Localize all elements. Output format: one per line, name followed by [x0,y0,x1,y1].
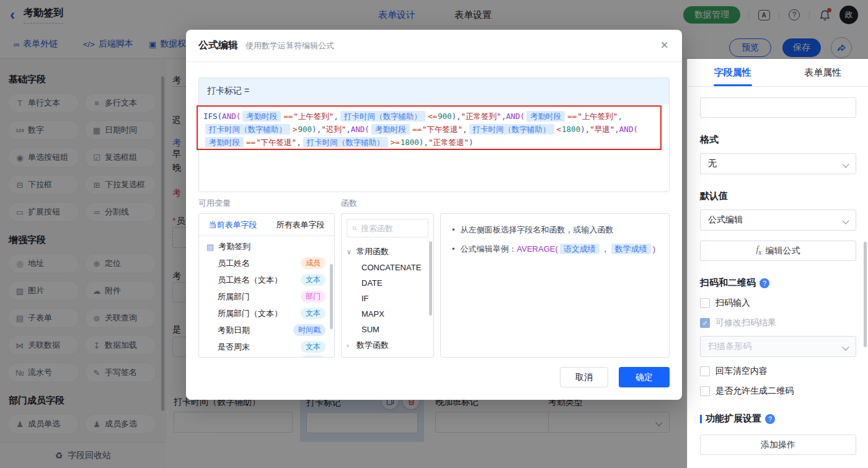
scan-mode-select: 扫描条形码 [700,336,856,357]
format-select[interactable]: 无 [700,153,856,174]
function-group-collapsed[interactable]: ›数学函数 [347,337,428,353]
formula-field-token: 考勤时段 [526,111,565,121]
modal-subtitle: 使用数学运算符编辑公式 [246,40,334,51]
functions-label: 函数 [341,198,357,209]
formula-editor-box[interactable]: 打卡标记 = IFS(AND(考勤时段=="上午签到",打卡时间（数字辅助）<=… [198,77,670,192]
formula-field-token: 打卡时间（数字辅助） [469,124,554,135]
variable-name: 所属部门（文本） [218,308,301,319]
formula-line: IFS(AND(考勤时段=="上午签到",打卡时间（数字辅助）<=900),"正… [203,110,663,123]
checkbox-icon[interactable] [700,366,710,376]
chevron-down-icon: ∨ [347,248,353,256]
checkbox-label: 扫码输入 [715,298,750,309]
functions-scrollbar-thumb[interactable] [429,241,432,316]
variable-item[interactable]: 考勤日期时间戳 [199,322,334,338]
function-item[interactable]: IF [347,291,428,306]
checkbox-label: 回车清空内容 [715,366,768,377]
fx-icon: fx [756,245,761,257]
add-action-button[interactable]: 添加操作 [700,435,856,455]
formula-field-token: 打卡时间（数字辅助） [340,111,425,121]
cancel-button[interactable]: 取消 [560,367,608,387]
default-value-select[interactable]: 公式编辑 [700,210,856,231]
modal-title: 公式编辑 [198,39,238,52]
section-accent-bar [700,415,702,423]
formula-line: 考勤时段=="下午签退",打卡时间（数字辅助）>=1800),"正常签退") [203,136,663,149]
formula-field-token: 考勤时段 [371,124,410,135]
function-item[interactable]: CONCATENATE [347,260,428,275]
field-type-badge: 成员 [301,257,326,269]
bullet-icon: • [452,224,455,236]
function-item[interactable]: MAPX [347,306,428,322]
chevron-down-icon [842,217,849,224]
tab-field-properties[interactable]: 字段属性 [688,59,778,86]
field-type-badge: 文本 [301,341,326,353]
variables-root-node[interactable]: ▤ 考勤签到 [199,236,334,255]
formula-field-token: 考勤时段 [205,137,244,148]
variables-scrollbar-thumb[interactable] [330,264,333,329]
field-type-badge: 文本 [301,307,326,319]
formula-code[interactable]: IFS(AND(考勤时段=="上午签到",打卡时间（数字辅助）<=900),"正… [199,104,669,149]
function-group-collapsed[interactable]: ›文本函数 [347,353,428,358]
function-item[interactable]: SUM [347,322,428,337]
variable-item[interactable]: 所属部门部门 [199,288,334,305]
variable-name: 考勤日期 [218,325,293,336]
search-icon [352,224,357,232]
variables-label: 可用变量 [198,198,231,209]
checkbox-是否允许生成二维码[interactable]: 是否允许生成二维码 [700,386,856,397]
help-tip: •从左侧面板选择字段名和函数，或输入函数 [452,224,658,236]
close-icon[interactable]: × [660,38,668,52]
function-item[interactable]: DATE [347,275,428,291]
chevron-down-icon [842,343,849,350]
functions-panel: ∨常用函数CONCATENATEDATEIFMAPXSUM›数学函数›文本函数 [341,213,434,358]
question-circle-icon[interactable]: ? [760,278,769,288]
function-extension-section-header: 功能扩展设置? [700,413,856,425]
tab-form-properties[interactable]: 表单属性 [778,59,868,86]
variable-name: 所属部门 [218,291,301,302]
formula-field-token: 数学成绩 [611,244,651,254]
tab-all-form-fields[interactable]: 所有表单字段 [267,214,334,236]
variable-item[interactable]: 员工姓名成员 [199,255,334,272]
checkbox-label: 可修改扫码结果 [715,317,776,329]
formula-line: 打卡时间（数字辅助）>900),"迟到",AND(考勤时段=="下午签退",打卡… [203,123,663,136]
formula-field-token: 打卡时间（数字辅助） [303,137,388,148]
chevron-right-icon: › [347,342,353,349]
edit-formula-button[interactable]: fx编辑公式 [700,241,856,261]
formula-field-token: 语文成绩 [560,244,600,254]
function-group-expanded[interactable]: ∨常用函数 [347,244,428,260]
field-type-badge: 文本 [301,274,326,286]
variable-item[interactable]: 员工姓名（文本）文本 [199,272,334,288]
format-label: 格式 [700,134,856,146]
bullet-icon: • [452,243,455,255]
field-name-input[interactable] [700,97,856,118]
variable-name: 员工姓名（文本） [218,275,301,286]
confirm-button[interactable]: 确定 [619,367,670,387]
function-search-box[interactable] [347,219,428,237]
formula-editor-modal: 公式编辑 使用数学运算符编辑公式 × 打卡标记 = IFS(AND(考勤时段==… [186,30,682,400]
checkbox-回车清空内容[interactable]: 回车清空内容 [700,366,856,377]
function-search-input[interactable] [361,224,423,233]
formula-help-panel: •从左侧面板选择字段名和函数，或输入函数 •公式编辑举例：AVERAGE(语文成… [440,213,670,358]
default-value-label: 默认值 [700,190,856,202]
formula-field-token: 考勤时段 [242,111,281,121]
checkbox-icon[interactable] [700,386,710,396]
tab-current-form-fields[interactable]: 当前表单字段 [199,214,267,236]
checkbox-icon[interactable] [700,298,710,308]
chevron-down-icon [842,161,849,167]
form-doc-icon: ▤ [206,242,214,252]
app-root: ‹ 考勤签到 表单设计 表单设置 数据管理 A ? 政 ∞表单外链 </>后端脚… [0,0,868,468]
variable-item[interactable]: 所属部门（文本）文本 [199,305,334,322]
variables-panel: 当前表单字段 所有表单字段 ▤ 考勤签到 员工姓名成员员工姓名（文本）文本所属部… [198,213,335,358]
variable-name: 是否周末 [218,342,301,353]
checkbox-checked-icon[interactable]: ✓ [700,318,710,328]
formula-target-label: 打卡标记 = [199,78,669,104]
question-circle-icon[interactable]: ? [765,414,775,424]
help-example: •公式编辑举例：AVERAGE(语文成绩，数学成绩) [452,243,658,255]
formula-field-token: 打卡时间（数字辅助） [205,124,290,135]
props-scrollbar-thumb[interactable] [864,242,867,347]
checkbox-可修改扫码结果[interactable]: ✓可修改扫码结果 [700,317,856,329]
checkbox-label: 是否允许生成二维码 [715,386,794,397]
field-type-badge: 文本 [301,355,326,358]
checkbox-扫码输入[interactable]: 扫码输入 [700,298,856,309]
variable-name: 员工姓名 [218,258,301,269]
field-type-badge: 时间戳 [293,324,326,336]
variable-item[interactable]: 是否周末文本 [199,338,334,355]
